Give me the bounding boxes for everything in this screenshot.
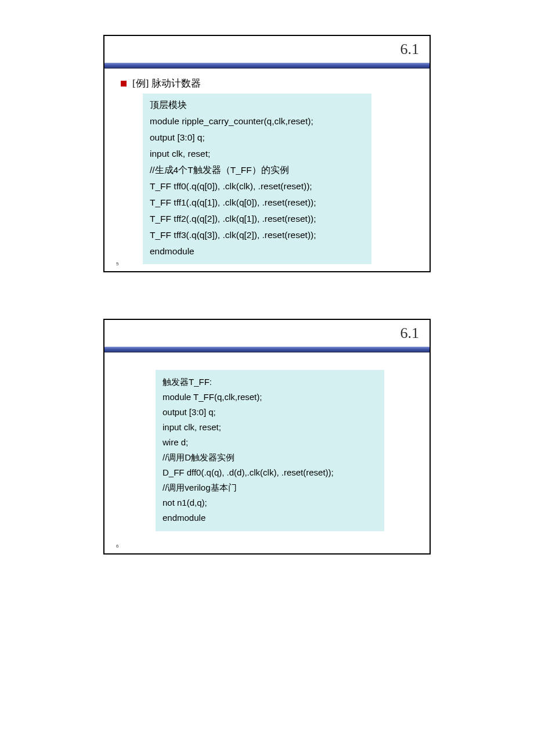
code-line: module T_FF(q,clk,reset); [163, 390, 377, 405]
code-line: 触发器T_FF: [163, 375, 377, 390]
slide-body: [例] 脉动计数器 顶层模块 module ripple_carry_count… [104, 69, 430, 271]
code-line: module ripple_carry_counter(q,clk,reset)… [150, 113, 365, 129]
slide-2: 6.1 触发器T_FF: module T_FF(q,clk,reset); o… [103, 319, 431, 555]
code-line: T_FF tff0(.q(q[0]), .clk(clk), .reset(re… [150, 178, 365, 195]
slide-1: 6.1 [例] 脉动计数器 顶层模块 module ripple_carry_c… [103, 35, 431, 272]
section-number: 6.1 [400, 41, 420, 58]
slide-header: 6.1 [104, 320, 430, 347]
slide-body: 触发器T_FF: module T_FF(q,clk,reset); outpu… [104, 352, 430, 553]
code-line: //调用verilog基本门 [163, 480, 377, 495]
code-line: output [3:0] q; [163, 405, 377, 420]
section-number: 6.1 [400, 325, 420, 342]
document-page: 6.1 [例] 脉动计数器 顶层模块 module ripple_carry_c… [0, 0, 534, 624]
code-line: D_FF dff0(.q(q), .d(d),.clk(clk), .reset… [163, 465, 377, 480]
code-line: //生成4个T触发器（T_FF）的实例 [150, 162, 365, 178]
code-block: 触发器T_FF: module T_FF(q,clk,reset); outpu… [156, 370, 384, 531]
code-line: input clk, reset; [163, 420, 377, 435]
divider-bar [104, 347, 430, 352]
code-line: endmodule [163, 510, 377, 525]
divider-bar [104, 63, 430, 69]
code-line: T_FF tff2(.q(q[2]), .clk(q[1]), .reset(r… [150, 211, 365, 227]
code-line: T_FF tff3(.q(q[3]), .clk(q[2]), .reset(r… [150, 227, 365, 243]
code-line: not n1(d,q); [163, 495, 377, 510]
code-line: 顶层模块 [150, 97, 365, 113]
code-block: 顶层模块 module ripple_carry_counter(q,clk,r… [143, 93, 371, 264]
slide-header: 6.1 [104, 36, 430, 63]
bullet-icon [121, 81, 127, 87]
code-line: //调用D触发器实例 [163, 450, 377, 465]
code-line: endmodule [150, 243, 365, 260]
code-line: T_FF tff1(.q(q[1]), .clk(q[0]), .reset(r… [150, 195, 365, 211]
bullet-text: [例] 脉动计数器 [132, 77, 201, 90]
code-line: wire d; [163, 435, 377, 450]
code-line: input clk, reset; [150, 146, 365, 162]
bullet-row: [例] 脉动计数器 [121, 77, 418, 90]
slide-page-number: 5 [116, 261, 118, 267]
slide-page-number: 6 [116, 543, 118, 549]
code-line: output [3:0] q; [150, 129, 365, 146]
